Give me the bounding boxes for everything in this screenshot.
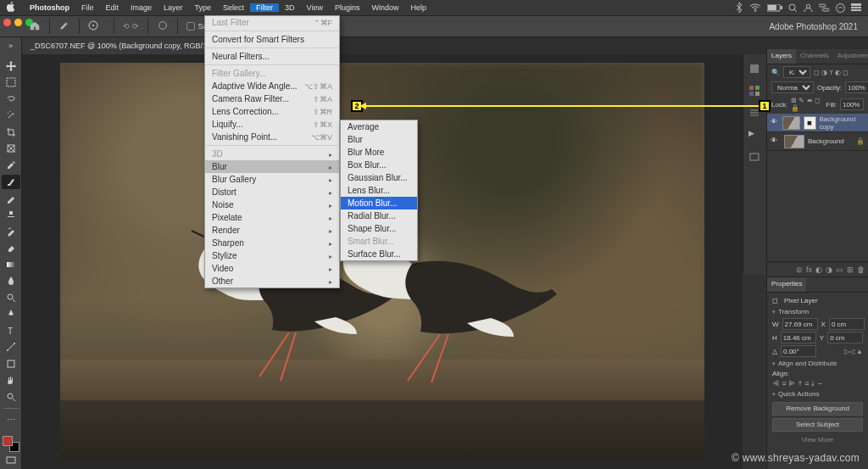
dodge-tool[interactable]: [2, 290, 20, 305]
filter-blur[interactable]: Blur: [205, 160, 339, 173]
blur-lens[interactable]: Lens Blur...: [341, 184, 417, 197]
mask-icon[interactable]: ◐: [815, 265, 822, 273]
filter-convert-smart[interactable]: Convert for Smart Filters: [205, 33, 339, 46]
healing-brush-tool[interactable]: [2, 175, 20, 190]
fill-input[interactable]: [840, 98, 864, 110]
filter-noise[interactable]: Noise: [205, 198, 339, 211]
user-icon[interactable]: [804, 3, 813, 13]
transform-section[interactable]: Transform: [772, 306, 863, 317]
brush-size-icon[interactable]: [88, 20, 105, 32]
search-icon[interactable]: 🔍: [771, 69, 780, 76]
layer-kind-select[interactable]: Kind: [783, 66, 810, 78]
tab-expand-icon[interactable]: »: [0, 37, 22, 54]
shape-tool[interactable]: [2, 356, 20, 371]
type-tool[interactable]: T: [2, 323, 20, 338]
filter-blur-gallery[interactable]: Blur Gallery: [205, 173, 339, 186]
remove-background-button[interactable]: Remove Background: [772, 402, 863, 416]
menu-layer[interactable]: Layer: [158, 3, 189, 12]
marquee-tool[interactable]: [2, 75, 20, 91]
view-more-link[interactable]: View More: [772, 434, 863, 445]
frame-tool[interactable]: [2, 142, 20, 157]
crop-tool[interactable]: [2, 125, 20, 140]
menu-edit[interactable]: Edit: [100, 3, 125, 12]
actions-panel-icon[interactable]: ▶: [748, 129, 762, 142]
pressure-icon[interactable]: [157, 20, 169, 33]
menu-image[interactable]: Image: [125, 3, 158, 12]
blur-radial[interactable]: Radial Blur...: [341, 209, 417, 222]
layer-background[interactable]: 👁 Background 🔒: [767, 132, 868, 151]
link-layers-icon[interactable]: ⊘: [796, 265, 803, 273]
apple-icon[interactable]: [7, 2, 15, 14]
battery-icon[interactable]: [767, 4, 782, 12]
filter-sharpen[interactable]: Sharpen: [205, 237, 339, 249]
stamp-tool[interactable]: [2, 208, 20, 223]
angle-input[interactable]: [781, 345, 816, 357]
blur-more[interactable]: Blur More: [341, 146, 417, 159]
width-input[interactable]: [782, 318, 818, 330]
swatches-panel-icon[interactable]: [748, 85, 762, 98]
blur-box[interactable]: Box Blur...: [341, 159, 417, 171]
group-icon[interactable]: ▭: [836, 265, 843, 273]
opacity-input[interactable]: [845, 81, 868, 93]
menu-filter[interactable]: Filter: [250, 3, 279, 12]
menu-select[interactable]: Select: [217, 3, 250, 12]
menu-view[interactable]: View: [301, 3, 329, 12]
history-brush-tool[interactable]: [2, 224, 20, 239]
spotlight-icon[interactable]: [788, 3, 798, 13]
menu-plugins[interactable]: Plugins: [329, 3, 366, 12]
bluetooth-icon[interactable]: [736, 3, 743, 13]
tool-preset-icon[interactable]: [58, 20, 70, 33]
visibility-icon[interactable]: 👁: [771, 118, 779, 128]
color-panel-icon[interactable]: [748, 63, 762, 76]
filter-lens-correction[interactable]: Lens Correction...⇧⌘R: [205, 105, 339, 118]
eraser-tool[interactable]: [2, 241, 20, 256]
layer-background-copy[interactable]: 👁 ◼ Background copy: [767, 114, 868, 132]
y-input[interactable]: [827, 332, 863, 343]
menu-window[interactable]: Window: [366, 3, 405, 12]
path-tool[interactable]: [2, 340, 20, 355]
lasso-tool[interactable]: [2, 92, 20, 107]
notification-icon[interactable]: [851, 3, 861, 12]
quick-actions-section[interactable]: Quick Actions: [772, 388, 863, 399]
screen-mode-icon[interactable]: [2, 453, 20, 468]
filter-neural[interactable]: Neural Filters...: [205, 50, 339, 63]
control-center-icon[interactable]: [819, 3, 830, 12]
filter-awa[interactable]: Adaptive Wide Angle...⌥⇧⌘A: [205, 80, 339, 92]
blend-mode-select[interactable]: Normal: [771, 81, 814, 93]
filter-liquify[interactable]: Liquify...⇧⌘X: [205, 118, 339, 131]
menu-help[interactable]: Help: [405, 3, 433, 12]
menu-type[interactable]: Type: [189, 3, 218, 12]
blur-shape[interactable]: Shape Blur...: [341, 222, 417, 235]
eyedropper-tool[interactable]: [2, 158, 20, 173]
color-swatches[interactable]: [3, 436, 19, 452]
blur-blur[interactable]: Blur: [341, 133, 417, 146]
blur-motion[interactable]: Motion Blur...: [341, 197, 417, 209]
filter-distort[interactable]: Distort: [205, 186, 339, 198]
new-layer-icon[interactable]: ⊞: [847, 265, 854, 273]
blur-surface[interactable]: Surface Blur...: [341, 248, 417, 260]
filter-video[interactable]: Video: [205, 262, 339, 275]
channels-tab[interactable]: Channels: [796, 49, 833, 64]
properties-tab[interactable]: Properties: [767, 277, 806, 292]
hand-tool[interactable]: [2, 373, 20, 388]
filter-pixelate[interactable]: Pixelate: [205, 211, 339, 224]
height-input[interactable]: [781, 332, 816, 343]
zoom-tool[interactable]: [2, 389, 20, 405]
menu-3d[interactable]: 3D: [279, 3, 301, 12]
delete-layer-icon[interactable]: 🗑: [857, 265, 865, 273]
blur-average[interactable]: Average: [341, 120, 417, 133]
pen-tool[interactable]: [2, 307, 20, 322]
filter-camera-raw[interactable]: Camera Raw Filter...⇧⌘A: [205, 92, 339, 105]
menu-file[interactable]: File: [75, 3, 100, 12]
adjustments-tab[interactable]: Adjustments: [833, 49, 868, 64]
siri-icon[interactable]: [836, 3, 845, 13]
filter-other[interactable]: Other: [205, 275, 339, 288]
gradient-tool[interactable]: [2, 257, 20, 272]
info-panel-icon[interactable]: [748, 151, 762, 165]
layer-mask-thumb[interactable]: ◼: [804, 116, 815, 130]
select-subject-button[interactable]: Select Subject: [772, 418, 863, 432]
wifi-icon[interactable]: [749, 3, 761, 12]
brush-tool[interactable]: [2, 191, 20, 206]
fx-icon[interactable]: fx: [806, 265, 812, 273]
layers-tab[interactable]: Layers: [767, 49, 796, 64]
